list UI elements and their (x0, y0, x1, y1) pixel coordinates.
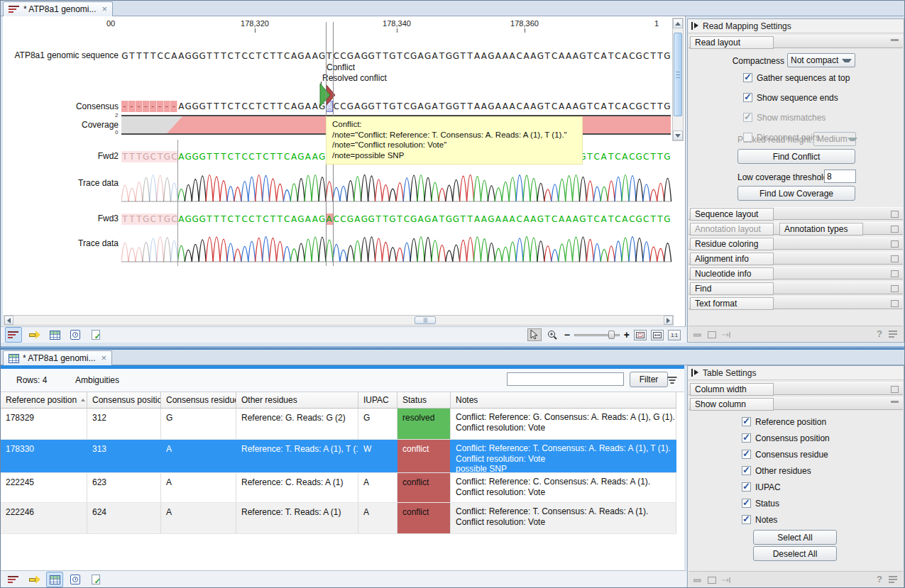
zoom-to-selection-icon[interactable] (634, 330, 647, 340)
column-header-consensus-position[interactable]: Consensus position (87, 392, 161, 409)
close-icon[interactable]: × (102, 354, 107, 362)
close-icon[interactable]: × (102, 5, 108, 13)
column-header-reference-position[interactable]: Reference position (1, 392, 87, 409)
show-column-checkbox-row[interactable]: Consensus position (742, 433, 830, 443)
expand-icon[interactable] (891, 255, 899, 262)
horizontal-scrollbar[interactable] (4, 315, 674, 326)
tab-conflicts-table[interactable]: * ATP8a1 genomi... × (3, 350, 112, 365)
group-residue-coloring[interactable]: Residue coloring (689, 237, 903, 250)
find-conflict-button[interactable]: Find Conflict (737, 149, 855, 164)
dock-panel-icon[interactable] (722, 576, 730, 583)
select-all-button[interactable]: Select All (753, 530, 837, 545)
filter-button[interactable]: Filter (630, 372, 668, 387)
dock-panel-icon[interactable] (722, 331, 730, 338)
expand-icon[interactable] (891, 226, 899, 233)
column-header-consensus-residue[interactable]: Consensus residue (161, 392, 236, 409)
tab-read-mapping[interactable]: * ATP8a1 genomi... × (3, 1, 113, 16)
view-mode-button-report[interactable] (87, 572, 104, 587)
view-mode-button-readmap[interactable] (5, 572, 22, 587)
zoom-in-tool-icon[interactable] (546, 328, 560, 341)
checkbox-icon[interactable] (743, 133, 752, 142)
collapse-all-icon[interactable] (693, 576, 701, 583)
expand-icon[interactable] (891, 300, 899, 307)
filter-input[interactable] (507, 372, 624, 386)
help-icon[interactable]: ? (877, 574, 882, 584)
show-column-checkbox-row[interactable]: Consensus residue (742, 450, 828, 460)
sidepanel-menu-icon[interactable] (889, 330, 898, 338)
sidepanel-menu-icon[interactable] (889, 575, 898, 583)
checkbox-icon[interactable] (742, 450, 751, 459)
group-show-column[interactable]: Show column (689, 397, 903, 410)
scroll-up-button[interactable] (673, 18, 683, 28)
deselect-all-button[interactable]: Deselect All (753, 546, 837, 561)
group-label[interactable]: Annotation types (779, 223, 863, 235)
group-nucleotide-info[interactable]: Nucleotide info (689, 267, 903, 279)
checkbox-icon[interactable] (743, 113, 752, 122)
checkbox-icon[interactable] (743, 93, 752, 102)
scroll-down-button[interactable] (673, 131, 683, 140)
conflict-marker-icons[interactable] (318, 83, 339, 107)
reference-sequence[interactable]: GTTTTCCAAGGGTTTCTCCTCTTCAGAAGTCCGAGGTTGT… (121, 50, 671, 62)
find-low-coverage-button[interactable]: Find Low Coverage (737, 186, 855, 201)
group-alignment-info[interactable]: Alignment info (689, 252, 903, 265)
help-icon[interactable]: ? (877, 328, 882, 339)
packed-read-height-dropdown[interactable]: Medium (813, 132, 856, 146)
checkbox-icon[interactable] (742, 466, 751, 475)
read2-sequence[interactable]: TTTGCTGCAGGGTTTCTCCTCTTCAGAAGACCGAGGTTGT… (121, 213, 671, 225)
expand-icon[interactable] (891, 240, 899, 248)
checkbox-icon[interactable] (742, 417, 751, 426)
column-header-notes[interactable]: Notes (451, 392, 676, 409)
expand-icon[interactable] (891, 270, 899, 277)
column-header-other-residues[interactable]: Other residues (236, 392, 358, 409)
one-to-one-icon[interactable]: 1:1 (668, 330, 681, 340)
checkbox-icon[interactable] (743, 73, 752, 82)
collapse-icon[interactable] (891, 39, 899, 41)
view-mode-button-history[interactable] (67, 327, 84, 343)
low-coverage-threshold-input[interactable] (824, 170, 856, 183)
group-read-layout[interactable]: Read layout (689, 35, 903, 48)
group-find[interactable]: Find (689, 282, 903, 294)
checkbox-icon[interactable] (742, 433, 751, 443)
readlayout-checkbox-row[interactable]: Disconnect pairs (743, 133, 820, 143)
view-mode-button-report[interactable] (87, 327, 104, 343)
collapse-icon[interactable] (891, 401, 899, 403)
zoom-in-button[interactable]: + (624, 329, 630, 340)
fit-width-icon[interactable] (651, 330, 664, 340)
zoom-slider[interactable] (574, 330, 620, 340)
show-column-checkbox-row[interactable]: IUPAC (742, 482, 781, 492)
checkbox-icon[interactable] (742, 515, 751, 524)
table-row[interactable]: 178329312GReference: G. Reads: G (2)Gres… (1, 409, 676, 440)
checkbox-icon[interactable] (742, 482, 751, 492)
readlayout-checkbox-row[interactable]: Gather sequences at top (743, 73, 850, 83)
expand-icon[interactable] (891, 386, 899, 393)
read-mapping-view[interactable]: 00178,320178,340178,3601 ATP8a1 genomic … (3, 16, 686, 326)
view-mode-button-table[interactable] (46, 327, 63, 343)
table-row[interactable]: 222246624AReference: T. Reads: A (1)Acon… (1, 503, 676, 534)
show-column-checkbox-row[interactable]: Reference position (742, 417, 826, 427)
expand-icon[interactable] (891, 211, 899, 218)
group-column-width[interactable]: Column width (689, 382, 903, 395)
zoom-out-button[interactable]: − (564, 329, 570, 340)
horizontal-scrollbar-thumb[interactable] (415, 316, 436, 324)
table-row[interactable]: 222245623AReference: C. Reads: A (1)Acon… (1, 473, 676, 503)
vertical-scrollbar[interactable] (672, 18, 684, 141)
column-header-status[interactable]: Status (397, 392, 451, 409)
show-column-checkbox-row[interactable]: Other residues (742, 466, 811, 476)
table-row[interactable]: 178330313AReference: T. Reads: A (1), T … (1, 440, 676, 473)
group-annotation-layout[interactable]: Annotation layoutAnnotation types (689, 222, 903, 235)
checkbox-icon[interactable] (742, 499, 751, 508)
column-header-iupac[interactable]: IUPAC (358, 392, 397, 409)
expand-icon[interactable] (891, 285, 899, 292)
float-panel-icon[interactable] (708, 576, 715, 583)
collapse-all-icon[interactable] (693, 331, 701, 338)
cursor-tool-icon[interactable] (527, 328, 542, 341)
settings-panel-header[interactable]: Read Mapping Settings (688, 19, 904, 33)
view-mode-button-export-graphics[interactable] (26, 327, 43, 343)
group-text-format[interactable]: Text format (689, 296, 903, 309)
table-settings-header[interactable]: Table Settings (688, 366, 904, 380)
readlayout-checkbox-row[interactable]: Show sequence ends (743, 93, 838, 103)
view-mode-button-readmap[interactable] (5, 327, 22, 343)
scroll-left-button[interactable] (4, 316, 13, 325)
view-mode-button-table[interactable] (46, 572, 63, 587)
consensus-sequence[interactable]: --------AGGGTTTCTCCTCTTCAGAAGACCGAGGTTGT… (121, 101, 671, 112)
